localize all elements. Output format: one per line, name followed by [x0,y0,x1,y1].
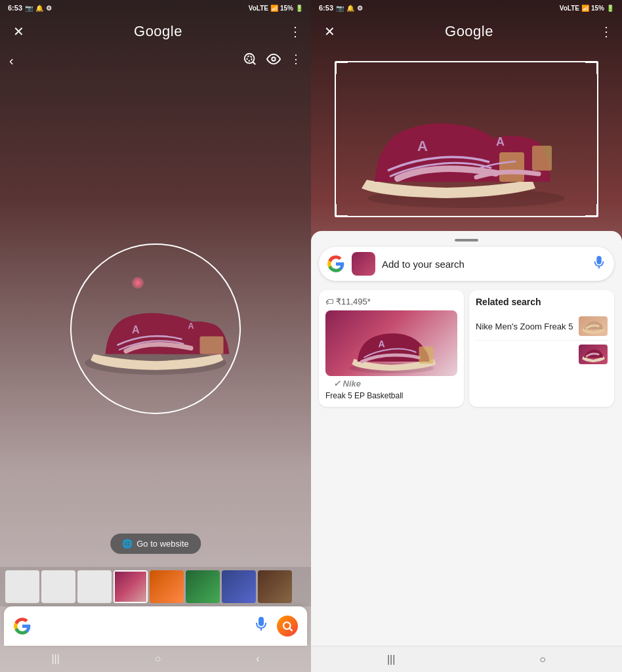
signal-icon-left: VoLTE [249,5,268,12]
bottom-search-bar-left [4,606,307,646]
selection-box [335,61,599,217]
right-phone-panel: 6:53 📷 🔔 ⚙ VoLTE 📶 15% 🔋 ✕ Google ⋮ [311,0,622,672]
more-icon-toolbar-left[interactable]: ⋮ [290,52,302,70]
close-button-right[interactable]: ✕ [320,22,339,41]
nike-logo: ✓ Nike [333,379,361,388]
results-grid: 🏷 ₹11,495* A ✓ Nike [311,286,622,411]
battery-icon-right: 🔋 [606,5,614,12]
pink-highlight-dot [132,277,144,289]
status-right-right: VoLTE 📶 15% 🔋 [560,5,614,12]
thumb-doc-3[interactable] [77,570,112,603]
thumb-green[interactable] [186,570,220,603]
top-bar-left: ✕ Google ⋮ [0,16,311,47]
google-title-left: Google [134,23,182,40]
status-time-left: 6:53 📷 🔔 ⚙ [8,4,52,12]
battery-icon-left: 🔋 [295,5,303,12]
globe-icon: 🌐 [122,539,133,549]
notification-icon-left: 🔔 [35,5,43,12]
lens-icon-bottom-left[interactable] [277,616,298,637]
shoe-container-left: A A [57,222,254,419]
image-area-left: A A 🌐 Go to website [0,74,311,567]
product-shoe-image: A [325,310,457,376]
mic-icon-left[interactable] [253,616,269,636]
goto-website-button[interactable]: 🌐 Go to website [110,534,201,554]
toolbar-icons-left: ⋮ [243,52,302,70]
related-thumb-svg-2 [579,345,608,364]
results-search-bar[interactable]: Add to your search [319,247,614,281]
wifi-icon-left: 📶 [270,5,278,12]
lens-icon[interactable] [243,52,257,70]
circle-selection [70,243,241,414]
thumb-doc-1[interactable] [5,570,39,603]
search-shoe-thumbnail [352,252,375,276]
related-search-title: Related search [476,297,608,307]
product-card[interactable]: 🏷 ₹11,495* A ✓ Nike [319,290,464,407]
results-panel: Add to your search 🏷 ₹11,495* [311,231,622,646]
svg-text:A: A [379,339,385,349]
nav-bar-left: ||| ○ ‹ [0,646,311,672]
product-price: ₹11,495* [336,297,371,306]
thumbnail-strip [0,567,311,606]
corner-br [585,204,598,217]
status-bar-left: 6:53 📷 🔔 ⚙ VoLTE 📶 15% 🔋 [0,0,311,16]
google-g-icon-left [13,617,31,635]
svg-line-9 [289,628,292,631]
close-button-left[interactable]: ✕ [9,22,28,41]
left-phone-panel: 6:53 📷 🔔 ⚙ VoLTE 📶 15% 🔋 ✕ Google ⋮ ‹ [0,0,311,672]
status-right-left: VoLTE 📶 15% 🔋 [249,5,303,12]
thumb-orange[interactable] [150,570,184,603]
related-item-thumb-1 [579,316,608,336]
product-name: Freak 5 EP Basketball [325,391,457,400]
nav-home-right[interactable]: ○ [539,654,546,665]
camera-icon-left: 📷 [25,5,33,12]
add-to-search-text[interactable]: Add to your search [382,259,585,270]
wifi-icon-right: 📶 [581,5,589,12]
corner-tr [585,61,598,74]
status-bar-right: 6:53 📷 🔔 ⚙ VoLTE 📶 15% 🔋 [311,0,622,16]
time-left: 6:53 [8,4,22,12]
related-item-text-1: Nike Men's Zoom Freak 5 [476,322,573,331]
mic-icon-right[interactable] [592,255,606,272]
thumb-brown[interactable] [258,570,292,603]
top-bar-right: ✕ Google ⋮ [311,16,622,47]
status-time-right: 6:53 📷 🔔 ⚙ [319,4,363,12]
image-area-right: A A [311,47,622,231]
nike-branding: ✓ Nike [325,376,457,391]
settings-icon-right: ⚙ [357,5,363,12]
product-shoe-svg: A [325,310,457,376]
nav-recent-left[interactable]: ‹ [256,653,259,665]
related-item-1[interactable]: Nike Men's Zoom Freak 5 [476,312,608,341]
svg-point-2 [272,57,276,61]
drag-pill[interactable] [455,239,478,242]
related-item-2[interactable] [476,341,608,368]
thumb-doc-2[interactable] [41,570,75,603]
settings-icon-left: ⚙ [46,5,52,12]
toolbar-left: ‹ ⋮ [0,47,311,74]
battery-left: 15% [280,5,293,12]
svg-point-8 [283,622,291,629]
thumb-shoe-selected[interactable] [114,570,148,603]
nav-back-left[interactable]: ||| [51,653,59,665]
corner-bl [335,204,348,217]
svg-point-0 [245,53,255,63]
svg-rect-17 [419,346,434,364]
back-button-left[interactable]: ‹ [9,53,14,68]
eye-icon[interactable] [266,52,281,70]
time-right: 6:53 [319,4,333,12]
nav-bar-right: ||| ○ [311,646,622,672]
nav-back-right[interactable]: ||| [387,654,395,665]
more-button-left[interactable]: ⋮ [289,24,302,39]
notification-icon-right: 🔔 [346,5,354,12]
corner-tl [335,61,348,74]
related-search-card: Related search Nike Men's Zoom Freak 5 [469,290,614,407]
google-g-icon-right [327,255,345,273]
signal-icon-right: VoLTE [560,5,579,12]
more-button-right[interactable]: ⋮ [600,24,613,39]
thumb-blue[interactable] [222,570,256,603]
related-thumb-svg-1 [579,316,608,336]
goto-website-label: Go to website [136,539,189,549]
nav-home-left[interactable]: ○ [155,653,161,665]
battery-right: 15% [591,5,604,12]
price-tag: 🏷 ₹11,495* [325,297,457,306]
tag-icon: 🏷 [325,297,333,306]
